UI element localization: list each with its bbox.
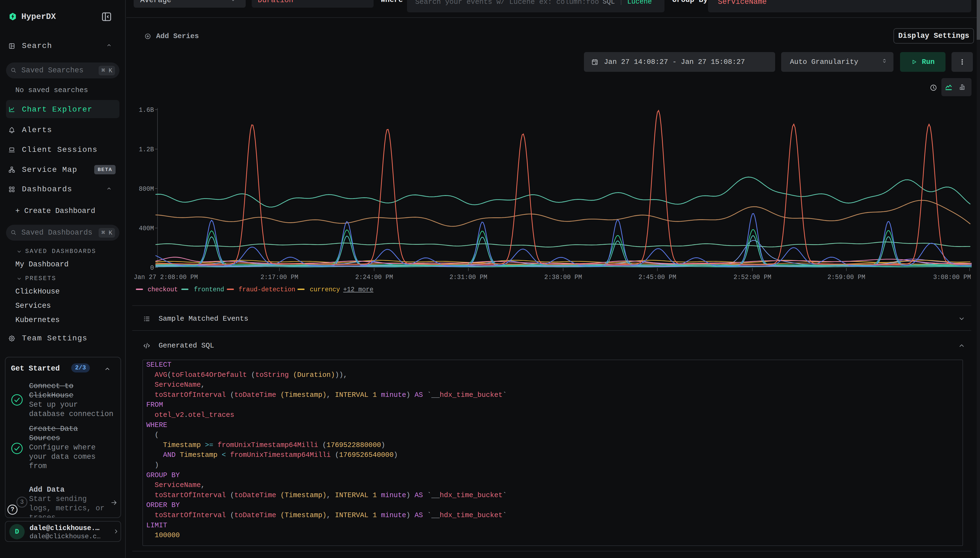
svg-text:2:38:00 PM: 2:38:00 PM <box>544 274 582 281</box>
svg-text:800M: 800M <box>139 185 154 193</box>
svg-text:3:08:00 PM: 3:08:00 PM <box>933 274 971 281</box>
svg-text:400M: 400M <box>139 225 154 232</box>
svg-text:2:31:00 PM: 2:31:00 PM <box>450 274 487 281</box>
svg-text:2:45:00 PM: 2:45:00 PM <box>638 274 676 281</box>
svg-text:2:52:00 PM: 2:52:00 PM <box>733 274 771 281</box>
svg-text:2:17:00 PM: 2:17:00 PM <box>260 274 298 281</box>
svg-text:1.6B: 1.6B <box>139 107 154 114</box>
svg-text:2:59:00 PM: 2:59:00 PM <box>828 274 865 281</box>
svg-text:0: 0 <box>150 264 154 272</box>
svg-text:2:24:00 PM: 2:24:00 PM <box>355 274 393 281</box>
svg-text:Jan 27 2:08:00 PM: Jan 27 2:08:00 PM <box>134 274 198 281</box>
svg-text:1.2B: 1.2B <box>139 146 154 153</box>
